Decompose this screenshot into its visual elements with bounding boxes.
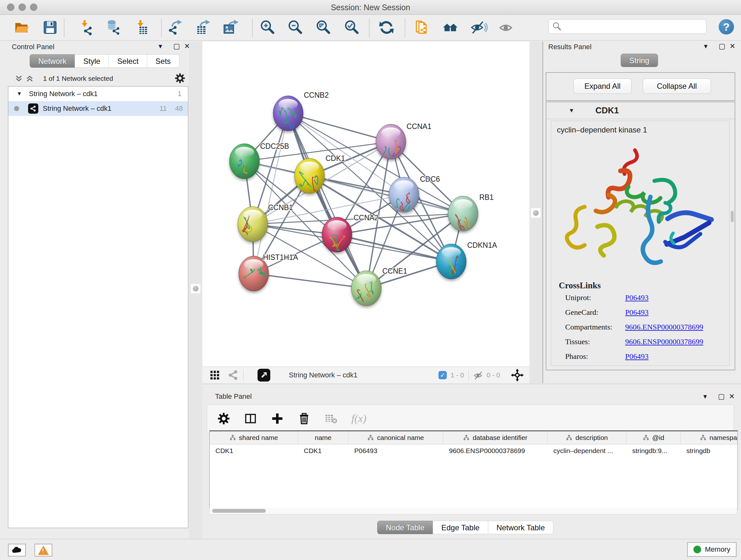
table-cell[interactable]: P06493 <box>348 444 443 457</box>
tab-sets[interactable]: Sets <box>147 54 179 68</box>
show-columns-button[interactable] <box>244 412 257 425</box>
tab-select[interactable]: Select <box>109 54 147 68</box>
network-overview-button[interactable] <box>228 370 239 381</box>
table-cell[interactable]: stringdb:9... <box>626 444 681 457</box>
import-network-file-button[interactable] <box>79 20 94 35</box>
refresh-network-button[interactable] <box>379 20 394 35</box>
column-header-name[interactable]: name <box>298 431 348 444</box>
network-node-RB1[interactable]: RB1 <box>448 193 494 232</box>
results-panel-float-button[interactable]: ▢ <box>719 42 725 51</box>
crosslink-link[interactable]: P06493 <box>625 352 649 361</box>
zoom-in-button[interactable] <box>260 20 275 35</box>
table-cell[interactable]: stringdb <box>681 444 738 457</box>
network-graph[interactable]: CCNB2CCNA1CDC25BCDK1CDC6RB1CCNB1CCNA2CDK… <box>202 42 529 367</box>
birds-eye-view-button[interactable] <box>258 369 270 381</box>
network-tree: ▼ String Network – cdk1 1 String Network… <box>8 86 188 528</box>
section-collapse-arrow-icon[interactable]: ▼ <box>569 107 575 114</box>
network-node-HIST1H1A[interactable]: HIST1H1A <box>239 253 298 291</box>
memory-button[interactable]: Memory <box>687 542 737 557</box>
left-splitter-handle[interactable] <box>191 284 201 294</box>
network-node-CCNE1[interactable]: CCNE1 <box>351 267 407 306</box>
import-table-button[interactable] <box>134 20 149 35</box>
export-table-button[interactable] <box>196 20 211 35</box>
table-horizontal-scrollbar[interactable] <box>209 508 737 514</box>
protein-details-box: ▼ CDK1 cyclin–dependent kinase 1 <box>546 102 735 370</box>
table-cell[interactable]: CDK1 <box>210 444 298 457</box>
column-header-database-identifier[interactable]: database identifier <box>443 431 548 444</box>
hide-selected-button[interactable] <box>471 20 486 35</box>
tab-node-table[interactable]: Node Table <box>377 521 433 534</box>
network-canvas[interactable]: CCNB2CCNA1CDC25BCDK1CDC6RB1CCNB1CCNA2CDK… <box>202 42 529 367</box>
tab-edge-table[interactable]: Edge Table <box>433 521 488 534</box>
control-panel: Control Panel ▾ ▢ ✕ NetworkStyleSelectSe… <box>5 42 189 530</box>
tab-network[interactable]: Network <box>30 54 75 68</box>
zoom-selected-button[interactable] <box>344 20 359 35</box>
left-panel-splitter[interactable] <box>189 42 202 539</box>
crosslink-link[interactable]: P06493 <box>625 294 649 302</box>
string-network-icon <box>28 104 38 114</box>
open-session-button[interactable] <box>14 20 29 35</box>
protein-section-header[interactable]: ▼ CDK1 <box>546 102 735 119</box>
expand-all-button[interactable]: Expand All <box>574 78 631 94</box>
selected-count: 1 - 0 <box>451 371 464 379</box>
table-row[interactable]: CDK1CDK1P064939606.ENSP00000378699cyclin… <box>210 444 738 457</box>
add-column-button[interactable] <box>271 412 284 425</box>
selected-count-checkbox[interactable]: ✓ <box>439 371 447 379</box>
crosslink-link[interactable]: P06493 <box>625 308 649 317</box>
control-panel-float-button[interactable]: ▢ <box>173 42 180 51</box>
node-table[interactable]: shared namenamecanonical namedatabase id… <box>209 430 738 509</box>
save-session-button[interactable] <box>43 20 58 35</box>
results-scrollbar-thumb[interactable] <box>731 211 734 222</box>
table-panel-float-button[interactable]: ▢ <box>718 392 725 401</box>
column-header-shared-name[interactable]: shared name <box>210 431 298 444</box>
collapse-all-button[interactable]: Collapse All <box>643 78 711 94</box>
tab-style[interactable]: Style <box>75 54 109 68</box>
column-header-description[interactable]: description <box>548 431 626 444</box>
network-node-CCNA1[interactable]: CCNA1 <box>376 122 431 163</box>
cloud-status-button[interactable] <box>8 544 26 557</box>
zoom-fit-button[interactable] <box>316 20 331 35</box>
show-all-button[interactable] <box>498 20 514 35</box>
network-node-CDC6[interactable]: CDC6 <box>389 175 440 212</box>
table-gear-button[interactable] <box>217 412 230 425</box>
right-panel-splitter[interactable] <box>529 42 542 383</box>
zoom-out-button[interactable] <box>287 20 303 35</box>
table-panel-menu-arrow[interactable]: ▾ <box>703 392 707 401</box>
first-neighbors-button[interactable] <box>443 20 458 35</box>
table-cell[interactable]: CDK1 <box>298 444 348 457</box>
expand-all-networks-icon[interactable] <box>25 74 34 84</box>
network-row[interactable]: String Network – cdk1 11 48 <box>8 101 188 116</box>
export-network-button[interactable] <box>167 20 183 35</box>
network-node-CDKN1A[interactable]: CDKN1A <box>436 241 497 284</box>
crosslink-link[interactable]: 9606.ENSP00000378699 <box>625 337 703 346</box>
delete-column-button[interactable] <box>298 412 311 425</box>
crosslink-link[interactable]: 9606.ENSP00000378699 <box>625 323 703 331</box>
network-node-CCNB2[interactable]: CCNB2 <box>273 91 329 133</box>
import-network-database-button[interactable] <box>106 20 121 35</box>
column-header-canonical-name[interactable]: canonical name <box>348 431 443 444</box>
right-splitter-handle[interactable] <box>531 208 541 218</box>
network-panel-gear-button[interactable] <box>175 73 185 85</box>
column-header--id[interactable]: @id <box>626 431 681 444</box>
control-panel-menu-arrow[interactable]: ▾ <box>158 42 162 51</box>
results-panel-menu-arrow[interactable]: ▾ <box>704 42 708 51</box>
table-panel-close-button[interactable]: ✕ <box>729 392 735 401</box>
search-input[interactable] <box>561 22 697 31</box>
results-panel-close-button[interactable]: ✕ <box>730 42 735 51</box>
tree-expand-arrow-icon[interactable]: ▼ <box>17 91 22 97</box>
table-cell[interactable]: cyclin–dependent ... <box>548 444 626 457</box>
table-cell[interactable]: 9606.ENSP00000378699 <box>443 444 548 457</box>
collapse-all-networks-icon[interactable] <box>14 74 23 84</box>
search-box[interactable] <box>548 19 706 34</box>
tab-network-table[interactable]: Network Table <box>488 521 554 534</box>
copy-network-button[interactable] <box>414 20 429 35</box>
network-collection-row[interactable]: ▼ String Network – cdk1 1 <box>8 86 188 101</box>
tab-string[interactable]: String <box>621 54 658 67</box>
help-button[interactable]: ? <box>719 19 734 35</box>
column-header-namespace[interactable]: namespace <box>681 431 738 444</box>
show-grid-button[interactable] <box>209 370 220 381</box>
export-image-button[interactable] <box>223 20 239 35</box>
fit-content-button[interactable] <box>511 369 524 381</box>
warnings-button[interactable] <box>35 544 52 557</box>
table-scrollbar-thumb[interactable] <box>212 509 266 513</box>
